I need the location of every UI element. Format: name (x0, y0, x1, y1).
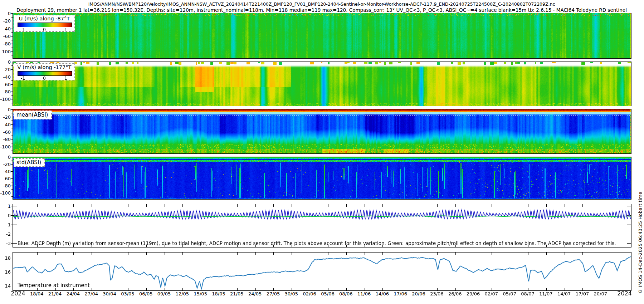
temperature-canvas (13, 252, 631, 290)
y-tick-mark (11, 99, 13, 99)
x-tick-label: 23/06 (430, 291, 443, 296)
x-tick-label: 12/05 (176, 291, 189, 296)
x-tick-label: 18/05 (212, 291, 225, 296)
y-tick-label: 0 (0, 11, 11, 16)
y-tick-mark (11, 62, 13, 62)
y-tick-label: -80 (0, 183, 11, 188)
x-tick-label: 27/04 (85, 291, 98, 296)
x-tick-label: 24/04 (67, 291, 80, 296)
y-minor-tick-mark (11, 143, 13, 143)
std-absi-heatmap-canvas (13, 157, 631, 199)
x-tick-label: 14/07 (557, 291, 571, 296)
y-tick-mark (11, 44, 13, 44)
y-tick-mark (11, 52, 13, 52)
y-tick-label: -40 (0, 122, 11, 127)
y-minor-tick-mark (11, 80, 13, 81)
x-tick-label: 27/05 (267, 291, 280, 296)
y-minor-tick-mark (11, 161, 13, 161)
y-tick-label: -80 (0, 41, 11, 46)
y-minor-tick-mark (11, 32, 13, 33)
y-tick-label: 1 (0, 204, 11, 209)
x-tick-label: 21/04 (48, 291, 62, 296)
y-tick-mark (11, 258, 13, 258)
y-tick-mark (11, 164, 13, 165)
panel-temperature: Temperature at instrument (13, 252, 631, 291)
y-tick-label: -40 (0, 169, 11, 174)
panel-depth-variation: Blue: ADCP Depth (m) variation from sens… (13, 204, 631, 247)
y-tick-label: -40 (0, 74, 11, 79)
mean-absi-label: mean(ABSI) (14, 111, 52, 119)
v-colorbar-tick-zero: 0 (43, 75, 46, 81)
y-tick-mark (11, 21, 13, 21)
x-tick-label: 08/06 (339, 291, 352, 296)
y-tick-label: 18 (0, 255, 11, 261)
v-colorbar-tick-min: -1 (21, 75, 25, 81)
y-minor-tick-mark (11, 182, 13, 182)
y-tick-label: -60 (0, 34, 11, 39)
y-tick-mark (11, 243, 13, 244)
panel-v-velocity: V (m/s) along -177°T -1 0 1 (13, 62, 631, 106)
y-tick-label: -20 (0, 18, 11, 24)
x-tick-label: 05/07 (503, 291, 516, 296)
u-colorbar-tick-min: -1 (21, 27, 25, 32)
y-tick-mark (11, 186, 13, 186)
v-velocity-heatmap-canvas (13, 62, 631, 106)
y-minor-tick-mark (11, 103, 13, 103)
y-minor-tick-mark (11, 175, 13, 175)
y-tick-mark (11, 36, 13, 36)
y-minor-tick-mark (11, 136, 13, 136)
mean-absi-heatmap-canvas (13, 109, 631, 153)
y-tick-mark (11, 206, 13, 206)
y-tick-label: -3 (0, 241, 11, 246)
y-minor-tick-mark (11, 88, 13, 88)
y-minor-tick-mark (11, 168, 13, 168)
x-axis-year-right: 2024 (617, 290, 632, 297)
u-colorbar-tick-max: 1 (64, 27, 67, 32)
v-colorbar-legend: V (m/s) along -177°T -1 0 1 (14, 63, 75, 80)
y-minor-tick-mark (11, 55, 13, 55)
y-minor-tick-mark (11, 196, 13, 197)
y-tick-label: -20 (0, 67, 11, 72)
y-tick-label: 0 (0, 59, 11, 65)
y-minor-tick-mark (11, 128, 13, 128)
panel-std-absi: std(ABSI) (13, 157, 631, 200)
y-tick-mark (11, 109, 13, 110)
panel-mean-absi: mean(ABSI) (13, 109, 631, 154)
imos-watermark: © IMOS 14-Dec-2025 06:43:25 Hobart time (638, 192, 643, 294)
y-tick-mark (11, 272, 13, 272)
y-minor-tick-mark (11, 73, 13, 73)
x-tick-label: 17/06 (394, 291, 407, 296)
x-tick-label: 02/06 (303, 291, 316, 296)
y-tick-label: -80 (0, 89, 11, 94)
y-tick-label: -20 (0, 114, 11, 119)
y-tick-mark (11, 29, 13, 29)
v-colorbar-tick-max: 1 (64, 75, 67, 81)
y-minor-tick-mark (11, 17, 13, 18)
x-tick-label: 30/04 (103, 291, 116, 296)
y-minor-tick-mark (11, 151, 13, 151)
y-tick-label: 16 (0, 269, 11, 274)
panel-u-velocity: U (m/s) along -87°T -1 0 1 (13, 13, 631, 59)
y-tick-mark (11, 13, 13, 14)
y-minor-tick-mark (11, 48, 13, 48)
figure-title-filename: IMOS/ANMN/NSW/BMP120/Velocity/IMOS_ANMN-… (13, 1, 631, 7)
figure-subtitle-deployment: Deployment 29, member 1 lat=36.21S lon=1… (13, 7, 631, 13)
x-tick-label: 06/05 (139, 291, 152, 296)
y-tick-mark (11, 157, 13, 157)
y-tick-mark (11, 225, 13, 225)
x-tick-label: 02/07 (485, 291, 498, 296)
y-tick-label: -20 (0, 162, 11, 167)
y-tick-label: -60 (0, 129, 11, 134)
y-tick-label: 0 (0, 213, 11, 218)
y-tick-label: -100 (0, 97, 11, 102)
x-tick-label: 05/06 (321, 291, 334, 296)
y-tick-label: -40 (0, 26, 11, 31)
y-tick-mark (11, 69, 13, 70)
y-tick-label: -2 (0, 231, 11, 237)
y-minor-tick-mark (11, 189, 13, 190)
y-tick-mark (11, 139, 13, 139)
y-minor-tick-mark (11, 95, 13, 96)
y-tick-mark (11, 132, 13, 132)
std-absi-label: std(ABSI) (14, 158, 45, 167)
y-tick-label: -1 (0, 222, 11, 227)
